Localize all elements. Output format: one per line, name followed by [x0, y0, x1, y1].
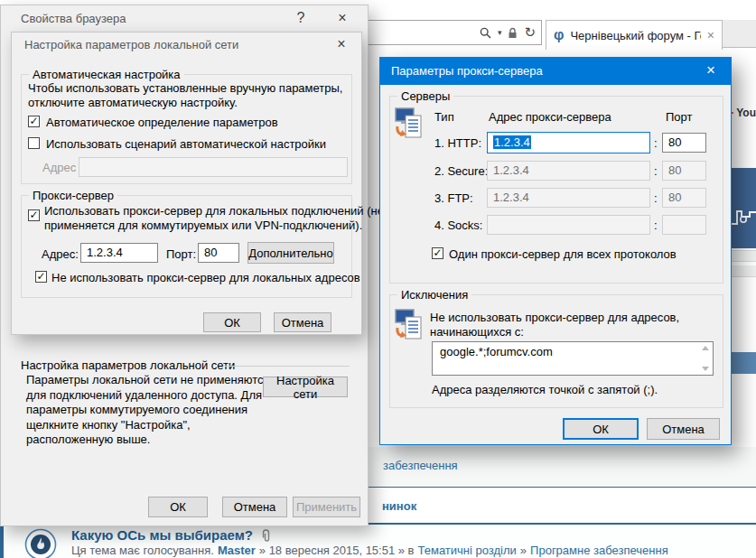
- servers-group-label: Серверы: [397, 89, 453, 103]
- ftp-row-label: 3. FTP:: [434, 191, 473, 205]
- dialog-title: Параметры прокси-сервера: [391, 58, 543, 85]
- http-port-input[interactable]: 80: [662, 133, 706, 153]
- lan-settings-dialog: Настройка параметров локальной сети × Ав…: [11, 32, 362, 335]
- auto-config-desc: Чтобы использовать установленные вручную…: [28, 81, 342, 95]
- auto-config-group-label: Автоматическая настройка: [29, 68, 184, 81]
- tab-close-icon[interactable]: ×: [707, 28, 714, 42]
- forum-section-bar: [732, 352, 756, 374]
- socks-port-input: [662, 215, 706, 235]
- use-script-label[interactable]: Использовать сценарий автоматической нас…: [46, 137, 326, 151]
- screen: ▾ ↻ φ Чернівецький форум - Го... × You з…: [0, 0, 756, 558]
- port-separator: :: [654, 136, 658, 150]
- auto-config-desc: отключите автоматическую настройку.: [28, 96, 238, 109]
- script-address-input: [79, 157, 348, 177]
- new-tab-area[interactable]: [723, 20, 756, 48]
- ftp-port-input: 80: [662, 188, 706, 208]
- port-separator: :: [654, 191, 658, 205]
- exceptions-input[interactable]: google.*;forumcv.com: [432, 341, 714, 376]
- tab-title: Чернівецький форум - Го...: [570, 29, 700, 42]
- proxy-group-label: Прокси-сервер: [29, 189, 117, 202]
- use-proxy-label[interactable]: Использовать прокси-сервер для локальных…: [44, 204, 384, 218]
- apply-button[interactable]: Применить: [293, 497, 360, 517]
- row-accent-bar: [0, 525, 4, 558]
- column-port: Порт: [666, 110, 692, 124]
- cancel-button[interactable]: Отмена: [647, 418, 720, 440]
- lock-icon: [508, 27, 518, 39]
- http-address-input[interactable]: 1.2.3.4: [487, 132, 650, 153]
- close-icon[interactable]: ×: [327, 33, 356, 58]
- ok-button[interactable]: ОК: [203, 312, 261, 332]
- lan-settings-button[interactable]: Настройка сети: [263, 377, 348, 397]
- scroll-down-icon[interactable]: [700, 365, 711, 373]
- use-script-checkbox[interactable]: [28, 137, 40, 149]
- use-proxy-label[interactable]: применяется для коммутируемых или VPN-по…: [44, 219, 362, 232]
- dialog-title: Свойства браузера: [21, 5, 126, 33]
- proxy-exceptions-icon: [395, 308, 425, 346]
- same-proxy-label[interactable]: Один прокси-сервер для всех протоколов: [449, 247, 677, 261]
- topic-meta-prefix: Ця тема має голосування.: [71, 544, 214, 557]
- page-strip: [732, 250, 756, 262]
- forum-link[interactable]: забезпечення: [383, 459, 458, 472]
- forum-banner: [732, 168, 756, 248]
- topic-category-link[interactable]: Тематичні розділи: [418, 544, 517, 557]
- exceptions-desc: начинающихся с:: [430, 325, 524, 339]
- topic-row: Какую ОСь мы выбираем? Ця тема має голос…: [0, 523, 756, 558]
- topic-title[interactable]: Какую ОСь мы выбираем?: [71, 527, 273, 543]
- same-proxy-checkbox[interactable]: ✓: [432, 247, 443, 259]
- youtube-link[interactable]: You: [732, 106, 756, 119]
- column-type: Тип: [434, 110, 454, 124]
- banner-art: [732, 168, 756, 248]
- socks-address-input: [487, 215, 650, 235]
- address-bar[interactable]: ▾ ↻: [357, 20, 542, 45]
- bypass-local-checkbox[interactable]: ✓: [35, 271, 47, 283]
- paperclip-icon: [259, 529, 273, 542]
- secure-port-input: 80: [662, 161, 706, 181]
- help-icon[interactable]: ?: [286, 5, 315, 33]
- lan-section-description: Параметры локальной сети не применяются …: [26, 373, 270, 448]
- cancel-button[interactable]: Отмена: [274, 312, 331, 332]
- secure-address-input: 1.2.3.4: [487, 161, 650, 181]
- dialog-titlebar[interactable]: Настройка параметров локальной сети ×: [12, 33, 361, 58]
- topic-forum-link[interactable]: Програмне забезпечення: [530, 544, 668, 557]
- proxy-address-label: Адрес:: [42, 247, 79, 261]
- bypass-local-label[interactable]: Не использовать прокси-сервер для локаль…: [51, 271, 360, 284]
- dialog-titlebar[interactable]: Свойства браузера ? ×: [1, 5, 368, 33]
- browser-tab[interactable]: φ Чернівецький форум - Го... ×: [546, 20, 723, 50]
- cancel-button[interactable]: Отмена: [222, 497, 287, 517]
- auto-detect-label[interactable]: Автоматическое определение параметров: [46, 116, 278, 129]
- auto-detect-checkbox[interactable]: ✓: [28, 116, 40, 127]
- proxy-port-input[interactable]: 80: [198, 243, 239, 263]
- proxy-settings-dialog: Параметры прокси-сервера × Серверы Тип А…: [379, 57, 732, 445]
- topic-meta-mid: » 18 вересня 2015, 15:51 » в: [259, 544, 415, 557]
- search-dropdown-icon[interactable]: ▾: [498, 28, 502, 37]
- youtube-icon: [732, 107, 733, 118]
- close-icon[interactable]: ×: [691, 58, 731, 85]
- close-icon[interactable]: ×: [328, 5, 357, 33]
- section-divider: [225, 366, 350, 367]
- secure-row-label: 2. Secure:: [434, 164, 488, 178]
- ok-button[interactable]: ОК: [563, 418, 639, 440]
- http-row-label: 1. HTTP:: [434, 136, 481, 150]
- scroll-up-icon[interactable]: [700, 344, 711, 352]
- refresh-icon[interactable]: ↻: [524, 24, 536, 41]
- proxy-server-icon: [395, 107, 425, 144]
- dialog-titlebar[interactable]: Параметры прокси-сервера ×: [380, 58, 731, 85]
- hot-topic-icon: [24, 528, 57, 558]
- topic-author-link[interactable]: Master: [218, 544, 256, 557]
- search-icon[interactable]: [480, 27, 491, 39]
- ok-button[interactable]: ОК: [148, 497, 208, 517]
- proxy-address-input[interactable]: 1.2.3.4: [80, 243, 158, 263]
- page-strip: [732, 265, 756, 277]
- topic-meta-sep: »: [520, 544, 527, 557]
- topic-meta: Ця тема має голосування.Master» 18 верес…: [71, 544, 672, 557]
- exceptions-hint: Адреса разделяются точкой с запятой (;).: [432, 383, 658, 396]
- proxy-port-label: Порт:: [166, 247, 196, 261]
- advanced-button[interactable]: Дополнительно: [247, 242, 334, 264]
- forum-link[interactable]: нинок: [382, 499, 416, 513]
- exceptions-group-label: Исключения: [397, 288, 471, 302]
- use-proxy-checkbox[interactable]: ✓: [28, 209, 40, 221]
- dialog-title: Настройка параметров локальной сети: [24, 33, 238, 58]
- port-separator: :: [654, 219, 658, 232]
- column-address: Адрес прокси-сервера: [489, 110, 611, 124]
- exceptions-desc: Не использовать прокси-сервер для адресо…: [430, 311, 679, 324]
